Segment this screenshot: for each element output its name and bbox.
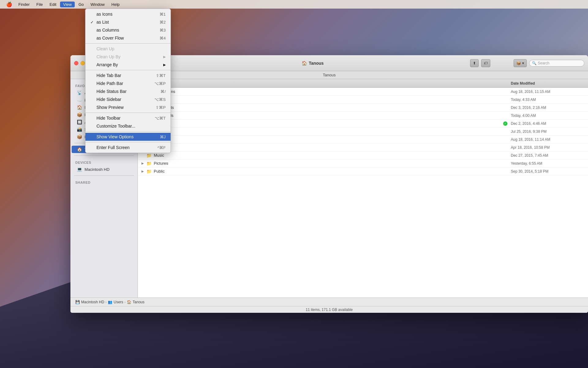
share-button[interactable]: ⬆: [470, 59, 479, 67]
menu-label-enter-full-screen: Enter Full Screen: [96, 145, 150, 150]
menubar: 🍎 Finder File Edit View Go Window Help: [0, 0, 588, 9]
file-date-dropbox: Dec 2, 2016, 4:46 AM: [511, 121, 584, 126]
menu-as-columns[interactable]: as Columns ⌘3: [85, 26, 171, 34]
edit-menu-item[interactable]: Edit: [47, 2, 59, 7]
expand-pictures: ▶: [141, 162, 146, 165]
menu-hide-toolbar[interactable]: Hide Toolbar ⌥⌘T: [85, 114, 171, 122]
menu-show-view-options[interactable]: Show View Options ⌘J: [85, 133, 171, 141]
table-row[interactable]: 📁 Desktop Today, 4:33 AM: [138, 96, 588, 104]
menu-hide-path-bar[interactable]: Hide Path Bar ⌥⌘P: [85, 79, 171, 87]
table-row[interactable]: 📁 Music Dec 27, 2015, 7:45 AM: [138, 151, 588, 159]
menu-label-show-preview: Show Preview: [96, 105, 148, 110]
menu-as-icons[interactable]: as Icons ⌘1: [85, 10, 171, 18]
window-menu-item[interactable]: Window: [88, 2, 108, 7]
file-date-documents: Dec 3, 2016, 2:16 AM: [511, 105, 584, 110]
menu-label-as-list: as List: [96, 20, 152, 25]
shared-section-title: Shared: [70, 178, 138, 186]
tag-button[interactable]: 🏷: [481, 59, 490, 67]
help-menu-item[interactable]: Help: [108, 2, 123, 7]
menu-label-customize-toolbar: Customize Toolbar...: [96, 124, 166, 128]
table-row[interactable]: 📁 Movies Apr 18, 2016, 10:58 PM: [138, 144, 588, 151]
menu-enter-full-screen[interactable]: Enter Full Screen ^⌘F: [85, 144, 171, 151]
menu-clean-up[interactable]: Clean Up: [85, 45, 171, 53]
file-list: 📁 Applications Aug 18, 2016, 11:15 AM 📁 …: [138, 88, 588, 297]
search-bar[interactable]: 🔍 Search: [529, 60, 584, 67]
devices-section-title: Devices: [70, 158, 138, 166]
menu-check-list: ✓: [90, 20, 96, 25]
green-badge: ✓: [503, 121, 507, 126]
file-name-fonts: Fonts: [154, 129, 502, 134]
view-menu-dropdown: as Icons ⌘1 ✓ as List ⌘2 as Columns ⌘3 a…: [85, 9, 171, 153]
file-icon-public: 📁: [146, 169, 152, 174]
menu-shortcut-hide-tab-bar: ⇧⌘T: [156, 73, 166, 78]
path-icon-macintosh: 💾: [75, 300, 80, 304]
finder-main: Name ▲ Date Modified 📁 Applications Aug …: [138, 79, 588, 297]
titlebar-center: 🏠 Tanous: [158, 61, 468, 66]
table-row[interactable]: ▶ 📁 Pictures Yesterday, 6:55 AM: [138, 159, 588, 167]
menu-divider-1: [85, 43, 171, 44]
menu-shortcut-icons: ⌘1: [160, 12, 166, 17]
menu-label-as-cover-flow: as Cover Flow: [96, 36, 152, 40]
file-menu-item[interactable]: File: [33, 2, 46, 7]
path-sep-1: ›: [105, 300, 107, 304]
path-label-users[interactable]: Users: [114, 300, 123, 304]
window-title: Tanous: [309, 61, 324, 66]
tanous-icon: 🏠: [77, 147, 82, 152]
apple-menu-item[interactable]: 🍎: [4, 2, 15, 7]
file-icon-pictures: 📁: [146, 161, 152, 166]
status-bar: 11 items, 171.1 GB available: [70, 306, 588, 313]
table-row[interactable]: 📦 Dropbox ✓ Dec 2, 2016, 4:46 AM: [138, 120, 588, 128]
table-row[interactable]: 📁 Fonts Jul 25, 2016, 9:38 PM: [138, 128, 588, 136]
menu-arrow-arrange-by: ▶: [163, 63, 166, 67]
status-text: 11 items, 171.1 GB available: [306, 308, 352, 312]
menu-label-clean-up: Clean Up: [96, 46, 166, 51]
path-label-macintosh[interactable]: Macintosh HD: [81, 300, 104, 304]
menu-hide-sidebar[interactable]: Hide Sidebar ⌥⌘S: [85, 95, 171, 103]
file-date-music: Dec 27, 2015, 7:45 AM: [511, 153, 584, 158]
sidebar-divider-3: [74, 175, 134, 176]
col-date-label: Date Modified: [511, 81, 535, 86]
dropbox-button[interactable]: 📦 ▾: [514, 59, 527, 67]
file-date-pictures: Yesterday, 6:55 AM: [511, 161, 584, 166]
menu-label-show-view-options: Show View Options: [96, 134, 153, 139]
menu-shortcut-enter-full-screen: ^⌘F: [157, 145, 166, 150]
menu-as-cover-flow[interactable]: as Cover Flow ⌘4: [85, 34, 171, 42]
menu-label-hide-status-bar: Hide Status Bar: [96, 89, 153, 94]
path-icon-tanous: 🏠: [127, 300, 131, 304]
menu-shortcut-hide-sidebar: ⌥⌘S: [154, 97, 166, 102]
menu-divider-4: [85, 131, 171, 132]
menu-label-clean-up-by: Clean Up By: [96, 54, 161, 59]
menu-divider-3: [85, 113, 171, 113]
sidebar-divider-2: [74, 155, 134, 156]
table-row[interactable]: 📁 Applications Aug 18, 2016, 11:15 AM: [138, 88, 588, 96]
menu-show-preview[interactable]: Show Preview ⇧⌘P: [85, 103, 171, 111]
table-row[interactable]: ▶ 📁 Public Sep 30, 2014, 5:18 PM: [138, 167, 588, 175]
sidebar-label-macintosh: Macintosh HD: [85, 167, 110, 172]
minimize-button[interactable]: [81, 61, 85, 65]
finder-menu-item[interactable]: Finder: [15, 2, 33, 7]
expand-public: ▶: [141, 170, 146, 173]
menu-clean-up-by[interactable]: Clean Up By ▶: [85, 53, 171, 61]
menu-label-arrange-by: Arrange By: [96, 62, 161, 67]
table-row[interactable]: 📁 Documents Dec 3, 2016, 2:16 AM: [138, 104, 588, 112]
close-button[interactable]: [74, 61, 78, 65]
view-menu-item[interactable]: View: [60, 2, 75, 7]
menu-label-as-columns: as Columns: [96, 28, 152, 33]
file-name-public: Public: [154, 169, 502, 174]
file-name-documents: Documents: [154, 105, 502, 110]
menu-shortcut-hide-path-bar: ⌥⌘P: [154, 81, 166, 86]
menu-hide-status-bar[interactable]: Hide Status Bar ⌘/: [85, 87, 171, 95]
menu-arrange-by[interactable]: Arrange By ▶: [85, 61, 171, 69]
file-date-applications: Aug 18, 2016, 11:15 AM: [511, 90, 584, 94]
menu-label-hide-sidebar: Hide Sidebar: [96, 97, 147, 102]
menu-customize-toolbar[interactable]: Customize Toolbar...: [85, 122, 171, 130]
table-row[interactable]: 📁 Downloads Today, 4:00 AM: [138, 112, 588, 120]
path-icon-users: 👥: [108, 300, 112, 304]
col-date-header: Date Modified: [511, 81, 584, 86]
go-menu-item[interactable]: Go: [75, 2, 87, 7]
sidebar-item-macintosh[interactable]: 💻 Macintosh HD: [72, 166, 136, 173]
menu-as-list[interactable]: ✓ as List ⌘2: [85, 18, 171, 26]
table-row[interactable]: 📁 Library Aug 18, 2016, 11:14 AM: [138, 136, 588, 144]
path-label-tanous[interactable]: Tanous: [133, 300, 145, 304]
menu-hide-tab-bar[interactable]: Hide Tab Bar ⇧⌘T: [85, 71, 171, 79]
